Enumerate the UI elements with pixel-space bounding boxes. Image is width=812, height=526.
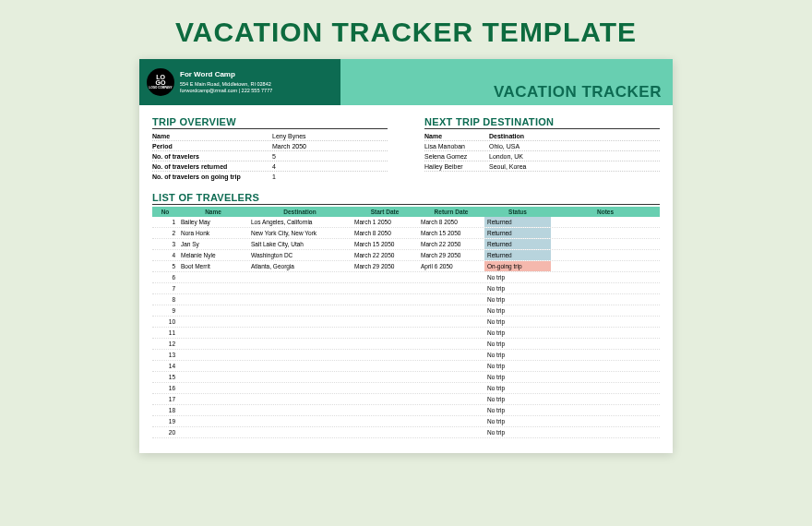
list-title: LIST OF TRAVELERS <box>152 192 660 205</box>
cell-dest <box>248 328 352 338</box>
cell-no: 12 <box>152 339 178 349</box>
col-no: No <box>152 207 178 217</box>
nexttrip-section: NEXT TRIP DESTINATION Name Destination L… <box>424 116 660 181</box>
cell-name <box>178 339 248 349</box>
cell-dest <box>248 272 352 282</box>
cell-notes <box>551 305 660 316</box>
cell-status: No trip <box>484 361 551 371</box>
cell-status: No trip <box>484 427 551 437</box>
cell-return <box>418 283 484 293</box>
nexttrip-name: Lisa Manoban <box>424 143 489 149</box>
nexttrip-title: NEXT TRIP DESTINATION <box>424 116 660 129</box>
cell-start <box>352 372 418 382</box>
cell-return: April 6 2050 <box>418 261 484 271</box>
cell-start <box>352 339 418 349</box>
table-header: No Name Destination Start Date Return Da… <box>152 207 660 217</box>
cell-notes <box>551 217 660 227</box>
cell-notes <box>551 294 660 305</box>
cell-no: 7 <box>152 283 178 293</box>
cell-start <box>352 394 418 404</box>
cell-notes <box>551 250 660 260</box>
overview-section: TRIP OVERVIEW NameLeny BynesPeriodMarch … <box>152 116 388 181</box>
cell-name <box>178 305 248 316</box>
cell-status: On-going trip <box>484 261 551 271</box>
overview-value: 4 <box>272 163 388 170</box>
cell-name <box>178 283 248 293</box>
header-left: LO GO LOGO COMPANY For Word Camp 554 E M… <box>139 59 340 105</box>
cell-start <box>352 305 418 316</box>
cell-notes <box>551 372 660 382</box>
cell-start <box>352 272 418 282</box>
cell-start <box>352 416 418 426</box>
nexttrip-header: Name Destination <box>424 131 660 141</box>
cell-start: March 22 2050 <box>352 250 418 260</box>
cell-notes <box>551 383 660 393</box>
overview-row: NameLeny Bynes <box>152 131 388 141</box>
nexttrip-row: Hailey BeiberSeoul, Korea <box>424 161 660 172</box>
cell-name: Bailey May <box>178 217 248 227</box>
table-row: 18No trip <box>152 405 660 416</box>
cell-dest <box>248 305 352 316</box>
cell-return <box>418 272 484 282</box>
cell-start <box>352 427 418 437</box>
cell-name <box>178 416 248 426</box>
nexttrip-row: Selena GomezLondon, UK <box>424 151 660 161</box>
cell-return <box>418 372 484 382</box>
cell-return <box>418 361 484 371</box>
table-row: 3Jan SySalt Lake City, UtahMarch 15 2050… <box>152 239 660 250</box>
cell-dest <box>248 427 352 437</box>
travelers-table: No Name Destination Start Date Return Da… <box>152 207 660 438</box>
cell-status: No trip <box>484 350 551 360</box>
cell-status: No trip <box>484 294 551 305</box>
cell-status: Returned <box>484 217 551 227</box>
cell-name <box>178 328 248 338</box>
document-card: LO GO LOGO COMPANY For Word Camp 554 E M… <box>139 59 673 453</box>
header-right: VACATION TRACKER <box>340 59 673 105</box>
cell-notes <box>551 416 660 426</box>
overview-row: PeriodMarch 2050 <box>152 141 388 151</box>
cell-no: 10 <box>152 317 178 327</box>
nexttrip-dest: Seoul, Korea <box>489 163 660 170</box>
table-row: 13No trip <box>152 350 660 361</box>
overview-value: 5 <box>272 153 388 160</box>
cell-name <box>178 272 248 282</box>
logo-subtext: LOGO COMPANY <box>149 87 173 90</box>
cell-start <box>352 283 418 293</box>
overview-label: No. of travelers on going trip <box>152 173 272 180</box>
cell-name: Boot Merrit <box>178 261 248 271</box>
cell-status: No trip <box>484 272 551 282</box>
cell-no: 17 <box>152 394 178 404</box>
cell-name <box>178 394 248 404</box>
company-address: 554 E Main Road, Middletown, RI 02842 <box>180 81 272 88</box>
cell-notes <box>551 394 660 404</box>
cell-no: 3 <box>152 239 178 249</box>
cell-no: 5 <box>152 261 178 271</box>
table-row: 16No trip <box>152 383 660 394</box>
overview-label: Name <box>152 133 272 139</box>
cell-start <box>352 361 418 371</box>
cell-name <box>178 361 248 371</box>
cell-return <box>418 405 484 415</box>
cell-return <box>418 294 484 305</box>
cell-no: 11 <box>152 328 178 338</box>
cell-return: March 29 2050 <box>418 250 484 260</box>
table-row: 17No trip <box>152 394 660 405</box>
cell-no: 18 <box>152 405 178 415</box>
table-row: 10No trip <box>152 317 660 328</box>
cell-return <box>418 317 484 327</box>
cell-no: 2 <box>152 228 178 238</box>
company-contact: forwordcamp@zmail.com | 222 555 7777 <box>180 88 272 94</box>
content: TRIP OVERVIEW NameLeny BynesPeriodMarch … <box>139 105 673 444</box>
cell-name <box>178 372 248 382</box>
cell-name <box>178 294 248 305</box>
cell-start: March 15 2050 <box>352 239 418 249</box>
cell-name <box>178 350 248 360</box>
cell-notes <box>551 339 660 349</box>
col-dest: Destination <box>248 207 352 217</box>
cell-dest: Atlanta, Georgia <box>248 261 352 271</box>
cell-name: Jan Sy <box>178 239 248 249</box>
cell-no: 14 <box>152 361 178 371</box>
table-row: 20No trip <box>152 427 660 438</box>
cell-status: No trip <box>484 317 551 327</box>
cell-name: Nora Honk <box>178 228 248 238</box>
